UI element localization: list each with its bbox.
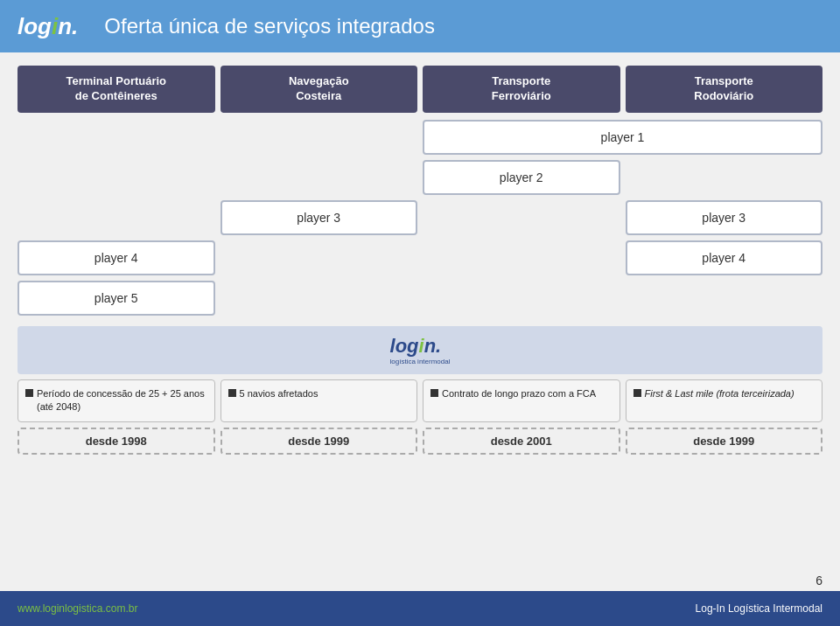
- info-cell-3: Contrato de longo prazo com a FCA: [423, 379, 620, 422]
- player1-cell: player 1: [423, 120, 822, 155]
- col-header-3: TransporteFerroviário: [423, 66, 620, 113]
- col-header-1: Terminal Portuáriode Contêineres: [18, 66, 215, 113]
- player-row-5: player 5: [18, 281, 822, 316]
- login-band-subtitle: logística intermodal: [390, 358, 451, 365]
- login-band-logo: login. logística intermodal: [390, 335, 451, 365]
- player4b-cell: player 4: [626, 240, 823, 275]
- info-text-2: 5 navios afretados: [240, 387, 318, 400]
- bullet-4: [634, 389, 641, 397]
- player2-cell: player 2: [423, 160, 620, 195]
- info-text-3: Contrato de longo prazo com a FCA: [442, 387, 596, 400]
- info-bullet-3: Contrato de longo prazo com a FCA: [430, 387, 612, 400]
- info-cell-4: First & Last mile (frota terceirizada): [626, 379, 823, 422]
- player5-cell: player 5: [18, 281, 215, 316]
- column-headers: Terminal Portuáriode Contêineres Navegaç…: [18, 66, 822, 113]
- header: login. Oferta única de serviços integrad…: [0, 0, 840, 52]
- logo-dot: i: [52, 13, 58, 39]
- info-cell-1: Período de concessão de 25 + 25 anos (at…: [18, 379, 215, 422]
- logo: login.: [18, 13, 78, 39]
- logo-area: login.: [18, 13, 78, 40]
- info-bullet-2: 5 navios afretados: [228, 387, 410, 400]
- player-row-4: player 4 player 4: [18, 240, 822, 275]
- info-bullet-1: Período de concessão de 25 + 25 anos (at…: [25, 387, 207, 414]
- page-number: 6: [816, 574, 822, 588]
- desde-3: desde 2001: [423, 428, 620, 455]
- desde-4: desde 1999: [626, 428, 823, 455]
- bullet-2: [228, 389, 236, 397]
- bullet-1: [25, 389, 33, 397]
- header-title: Oferta única de serviços integrados: [104, 14, 435, 38]
- info-text-1: Período de concessão de 25 + 25 anos (at…: [37, 387, 207, 414]
- info-bullet-4: First & Last mile (frota terceirizada): [634, 387, 816, 400]
- footer: www.loginlogistica.com.br Log-In Logísti…: [0, 591, 840, 626]
- col-header-4: TransporteRodoviário: [626, 66, 823, 113]
- player3b-cell: player 3: [626, 200, 823, 235]
- bullet-3: [430, 389, 438, 397]
- desde-2: desde 1999: [220, 428, 418, 455]
- info-cell-2: 5 navios afretados: [220, 379, 418, 422]
- player-row-3: player 3 player 3: [18, 200, 822, 235]
- player3-cell: player 3: [220, 200, 418, 235]
- desde-1: desde 1998: [18, 428, 215, 455]
- info-text-4: First & Last mile (frota terceirizada): [645, 387, 794, 400]
- band-logo-dot: i: [419, 335, 424, 357]
- desde-row: desde 1998 desde 1999 desde 2001 desde 1…: [18, 428, 822, 455]
- player-row-1: player 1: [18, 120, 822, 155]
- bottom-info: Período de concessão de 25 + 25 anos (at…: [18, 379, 822, 422]
- main-content: Terminal Portuáriode Contêineres Navegaç…: [0, 52, 840, 591]
- login-band: login. logística intermodal: [18, 326, 822, 374]
- footer-url: www.loginlogistica.com.br: [18, 602, 137, 615]
- player-row-2: player 2: [18, 160, 822, 195]
- col-header-2: NavegaçãoCosteira: [220, 66, 418, 113]
- footer-brand: Log-In Logística Intermodal: [696, 602, 822, 615]
- player4-cell: player 4: [18, 240, 215, 275]
